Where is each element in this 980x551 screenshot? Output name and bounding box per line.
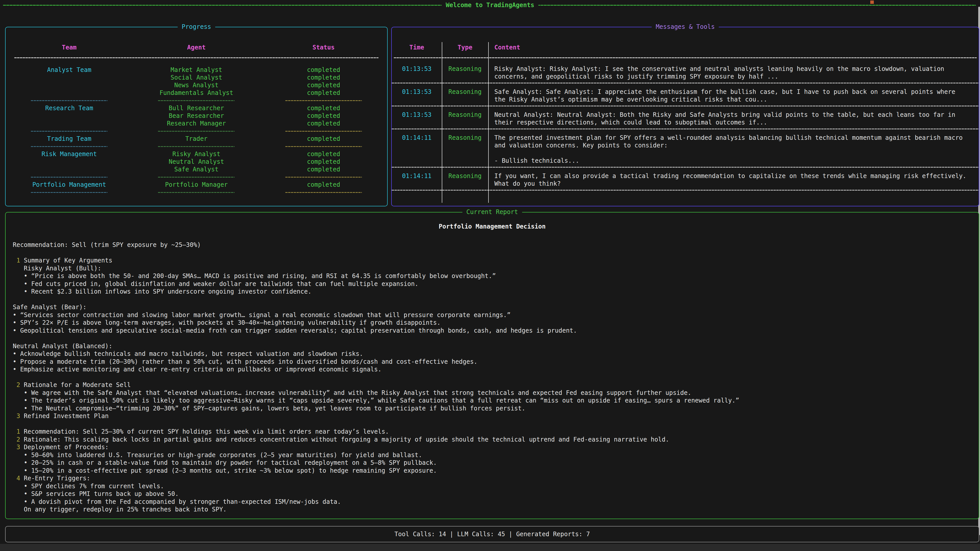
separator-segment (158, 131, 234, 132)
header-separator (14, 57, 379, 58)
group-separator (6, 97, 387, 104)
report-line: • Geopolitical tensions and speculative … (13, 327, 972, 335)
current-report-panel: Current Report Portfolio Management Deci… (5, 212, 979, 519)
report-line: • 15–20% in a cost-effective put spread … (13, 467, 972, 475)
message-time: 01:14:11 (392, 134, 442, 165)
group-separator (6, 173, 387, 181)
list-number: 2 (13, 381, 20, 389)
progress-row: Safe Analystcompleted (6, 165, 387, 173)
report-line: • S&P services PMI turns back up above 5… (13, 490, 972, 498)
separator-segment (285, 100, 362, 101)
report-line: • The Neutral compromise—“trimming 20–30… (13, 405, 972, 413)
cell-agent: Market Analyst (133, 66, 260, 74)
report-line: 2 Rationale: This scaling back locks in … (13, 436, 972, 444)
cell-team (6, 89, 133, 97)
column-header-content: Content (488, 44, 979, 51)
report-line (13, 334, 972, 342)
cell-team (6, 81, 133, 89)
report-line: Risky Analyst (Bull): (13, 265, 972, 272)
group-separator (6, 127, 387, 135)
header-separator (394, 57, 977, 58)
report-line: 2 Rationale for a Moderate Sell (13, 381, 972, 389)
separator-segment (285, 177, 362, 178)
cell-agent: News Analyst (133, 81, 260, 89)
separator-segment (31, 100, 107, 101)
list-number: 3 (13, 444, 20, 451)
message-time: 01:13:53 (392, 65, 442, 80)
messages-panel: Messages & Tools Time Type Content 01:13… (391, 27, 979, 206)
cell-agent: Neutral Analyst (133, 158, 260, 165)
cell-status: completed (260, 81, 387, 89)
separator-segment (31, 192, 107, 193)
report-line: • “Price is above both the 50- and 200-d… (13, 272, 972, 280)
list-number: 4 (13, 475, 20, 482)
column-header-type: Type (442, 44, 488, 51)
report-line: Safe Analyst (Bear): (13, 303, 972, 311)
cell-status: completed (260, 112, 387, 120)
cell-team: Risk Management (6, 150, 133, 158)
progress-table-body: Analyst TeamMarket AnalystcompletedSocia… (6, 60, 387, 196)
report-line: • Propose a moderate trim (20–30%) rathe… (13, 358, 972, 366)
cell-team (6, 158, 133, 165)
progress-row: Research TeamBull Researchercompleted (6, 104, 387, 112)
separator-segment (285, 131, 362, 132)
cell-status: completed (260, 135, 387, 143)
cell-team (6, 165, 133, 173)
report-line: • SPY declines 7% from current levels. (13, 483, 972, 490)
separator-segment (158, 100, 234, 101)
progress-row: Portfolio ManagementPortfolio Managercom… (6, 181, 387, 189)
report-line: 3 Refined Investment Plan (13, 412, 972, 420)
progress-row: Research Managercompleted (6, 120, 387, 127)
report-line: • Fed cuts priced in, global disinflatio… (13, 280, 972, 288)
cell-team (6, 74, 133, 81)
progress-row: Neutral Analystcompleted (6, 158, 387, 165)
report-line: • “Services sector contraction and slowi… (13, 311, 972, 319)
progress-row: Bear Researchercompleted (6, 112, 387, 120)
cell-team: Trading Team (6, 135, 133, 143)
cell-status: completed (260, 74, 387, 81)
cell-team (6, 112, 133, 120)
messages-panel-title: Messages & Tools (652, 23, 719, 30)
message-row: 01:13:53ReasoningSafe Analyst: Safe Anal… (392, 83, 979, 106)
report-line: 1 Recommendation: Sell 25–30% of current… (13, 428, 972, 436)
cell-status: completed (260, 104, 387, 112)
message-time: 01:14:11 (392, 172, 442, 187)
cell-team: Portfolio Management (6, 181, 133, 189)
window-footer-strip (0, 544, 980, 551)
column-header-agent: Agent (133, 44, 260, 51)
message-type: Reasoning (442, 111, 488, 126)
list-number: 3 (13, 413, 20, 420)
row-separator (392, 190, 979, 191)
progress-row: Risk ManagementRisky Analystcompleted (6, 150, 387, 158)
list-number: 2 (13, 436, 20, 443)
message-content: The presented investment plan for SPY of… (488, 134, 979, 165)
report-line: 1 Summary of Key Arguments (13, 257, 972, 265)
separator-segment (31, 177, 107, 178)
progress-row: Trading TeamTradercompleted (6, 135, 387, 143)
cell-agent: Portfolio Manager (133, 181, 260, 189)
message-type: Reasoning (442, 172, 488, 187)
report-line: • A dovish pivot from the Fed accompanie… (13, 498, 972, 506)
progress-panel: Progress Team Agent Status Analyst TeamM… (5, 27, 388, 206)
cell-status: completed (260, 150, 387, 158)
messages-table-header: Time Type Content (392, 44, 979, 51)
welcome-rule-title: Welcome to TradingAgents (442, 1, 538, 9)
report-line: • Acknowledge bullish technicals and mac… (13, 350, 972, 358)
column-header-team: Team (6, 44, 133, 51)
progress-row: Fundamentals Analystcompleted (6, 89, 387, 97)
status-bar: Tool Calls: 14 | LLM Calls: 45 | Generat… (5, 526, 979, 542)
report-line (13, 295, 972, 303)
cell-agent: Bear Researcher (133, 112, 260, 120)
cell-team (6, 120, 133, 127)
separator-segment (158, 177, 234, 178)
cell-team: Research Team (6, 104, 133, 112)
message-time: 01:13:53 (392, 88, 442, 103)
report-line: • We agree with the Safe Analyst that “e… (13, 389, 972, 397)
list-number: 1 (13, 428, 20, 435)
report-line: 3 Deployment of Proceeds: (13, 443, 972, 451)
report-line: On any trigger, redeploy in 25% tranches… (13, 506, 972, 513)
message-row: 01:13:53ReasoningRisky Analyst: Risky An… (392, 60, 979, 83)
progress-row: Social Analystcompleted (6, 74, 387, 81)
message-type: Reasoning (442, 134, 488, 165)
message-type: Reasoning (442, 88, 488, 103)
